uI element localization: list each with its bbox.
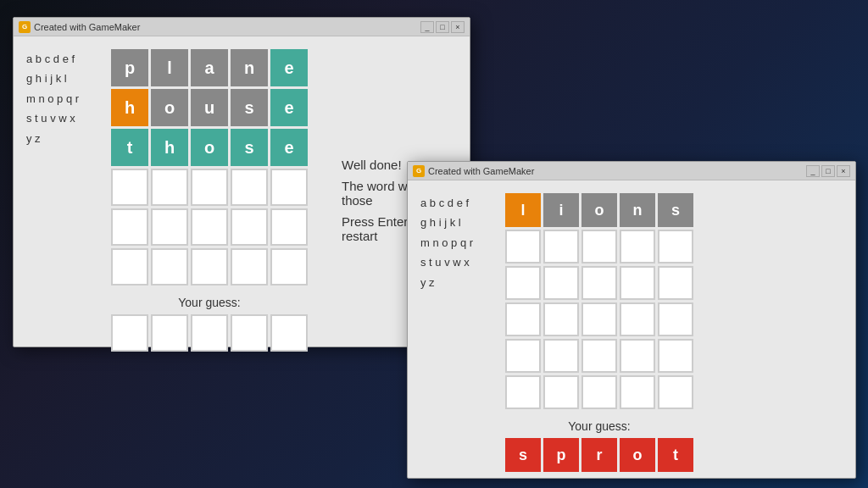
cell-5-4: [231, 208, 268, 246]
alpha2-row-5: y z: [420, 273, 488, 292]
guess-label-1: Your guess:: [178, 296, 240, 309]
titlebar-buttons-1: _ □ ×: [420, 21, 465, 33]
cell-6-1: [111, 248, 148, 286]
cell2-3-2: [543, 266, 579, 300]
titlebar-1: G Created with GameMaker _ □ ×: [14, 18, 470, 36]
cell2-2-2: [543, 230, 579, 263]
game-grid-2: l i o n s: [505, 193, 693, 409]
cell-3-2: h: [151, 129, 188, 166]
cell2-4-5: [658, 302, 693, 336]
cell-6-4: [231, 248, 268, 286]
cell2-6-3: [581, 375, 617, 409]
cell-2-2: o: [151, 89, 188, 126]
cell2-3-4: [620, 266, 655, 300]
cell2-6-5: [658, 375, 693, 409]
gamemaker-icon: G: [19, 21, 31, 33]
maximize-btn-2[interactable]: □: [821, 165, 835, 177]
alpha2-row-1: a b c d e f: [420, 193, 488, 213]
guess-cell-4: [231, 314, 268, 352]
cell-4-4: [231, 169, 268, 206]
game-grid-1: p l a n e h o u s e t h o s e: [111, 49, 308, 286]
cell2-6-4: [620, 375, 655, 409]
cell2-5-5: [658, 339, 693, 373]
alphabet-2: a b c d e f g h i j k l m n o p q r s t …: [420, 193, 488, 472]
guess2-cell-1: s: [505, 438, 541, 472]
alpha2-row-3: m n o p q r: [420, 233, 488, 252]
cell2-2-1: [505, 230, 541, 263]
guess-cell-5: [270, 314, 308, 352]
alpha-row-4: s t u v w x: [26, 108, 94, 128]
window-2: G Created with GameMaker _ □ × a b c d e…: [407, 161, 856, 479]
cell2-2-4: [620, 230, 655, 263]
cell-1-2: l: [151, 49, 188, 86]
cell2-5-3: [581, 339, 617, 373]
cell-5-5: [270, 208, 308, 246]
titlebar-2: G Created with GameMaker _ □ ×: [408, 162, 855, 180]
guess2-cell-4: o: [620, 438, 655, 472]
cell-4-2: [151, 169, 188, 206]
cell2-3-1: [505, 266, 541, 300]
cell-2-4: s: [231, 89, 268, 126]
grid-area-2: l i o n s: [505, 193, 693, 472]
guess-label-2: Your guess:: [568, 419, 630, 433]
cell2-4-4: [620, 302, 655, 336]
guess-row-2: s p r o t: [505, 438, 693, 472]
titlebar-buttons-2: _ □ ×: [806, 165, 850, 177]
window-1: G Created with GameMaker _ □ × a b c d e…: [13, 17, 470, 347]
close-btn-1[interactable]: ×: [451, 21, 465, 33]
cell-3-4: s: [231, 129, 268, 166]
cell-1-1: p: [111, 49, 148, 86]
maximize-btn-1[interactable]: □: [436, 21, 449, 33]
cell2-3-3: [581, 266, 617, 300]
guess-row-1: [111, 314, 308, 352]
guess-section-1: Your guess:: [111, 296, 308, 352]
grid-area-1: p l a n e h o u s e t h o s e: [111, 49, 308, 352]
cell2-1-3: o: [581, 193, 617, 227]
cell2-2-5: [658, 230, 693, 263]
cell2-5-4: [620, 339, 655, 373]
cell2-1-5: s: [658, 193, 693, 227]
cell-4-3: [191, 169, 228, 206]
cell2-1-1: l: [505, 193, 541, 227]
cell2-3-5: [658, 266, 693, 300]
guess2-cell-3: r: [581, 438, 617, 472]
alpha-row-5: y z: [26, 129, 94, 148]
cell2-4-2: [543, 302, 579, 336]
alphabet-1: a b c d e f g h i j k l m n o p q r s t …: [26, 49, 94, 352]
cell-5-1: [111, 208, 148, 246]
cell2-2-3: [581, 230, 617, 263]
cell-1-4: n: [231, 49, 268, 86]
cell-1-5: e: [270, 49, 308, 86]
cell2-1-2: i: [543, 193, 579, 227]
cell2-6-1: [505, 375, 541, 409]
cell-6-5: [270, 248, 308, 286]
cell2-4-1: [505, 302, 541, 336]
cell-1-3: a: [191, 49, 228, 86]
cell-6-2: [151, 248, 188, 286]
cell-3-5: e: [270, 129, 308, 166]
cell-2-3: u: [191, 89, 228, 126]
cell2-5-2: [543, 339, 579, 373]
close-btn-2[interactable]: ×: [837, 165, 850, 177]
guess-cell-2: [151, 314, 188, 352]
guess-cell-1: [111, 314, 148, 352]
titlebar-title-2: Created with GameMaker: [428, 166, 806, 176]
cell2-5-1: [505, 339, 541, 373]
titlebar-title-1: Created with GameMaker: [34, 22, 420, 32]
cell-4-1: [111, 169, 148, 206]
guess2-cell-5: t: [658, 438, 693, 472]
cell-2-5: e: [270, 89, 308, 126]
minimize-btn-2[interactable]: _: [806, 165, 820, 177]
minimize-btn-1[interactable]: _: [420, 21, 434, 33]
alpha-row-2: g h i j k l: [26, 69, 94, 88]
cell-2-1: h: [111, 89, 148, 126]
cell2-6-2: [543, 375, 579, 409]
gamemaker-icon-2: G: [413, 165, 425, 177]
guess2-cell-2: p: [543, 438, 579, 472]
cell-3-3: o: [191, 129, 228, 166]
alpha-row-3: m n o p q r: [26, 89, 94, 108]
window1-content: a b c d e f g h i j k l m n o p q r s t …: [14, 36, 470, 364]
cell2-4-3: [581, 302, 617, 336]
alpha-row-1: a b c d e f: [26, 49, 94, 69]
cell-5-2: [151, 208, 188, 246]
